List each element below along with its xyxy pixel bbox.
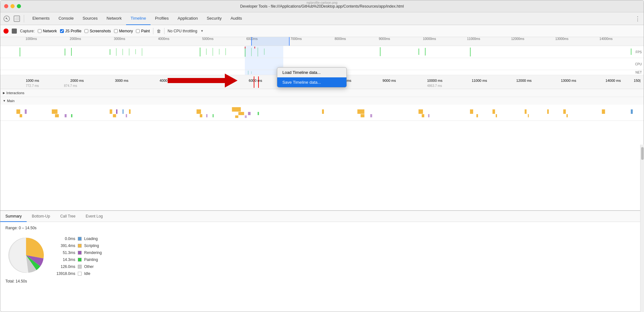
- interactions-label: Interactions: [6, 91, 24, 95]
- scrollbar[interactable]: [640, 145, 644, 312]
- tab-summary[interactable]: Summary: [0, 211, 27, 222]
- loading-label: Loading: [84, 237, 98, 241]
- save-timeline-menu-item[interactable]: Save Timeline data...: [277, 77, 346, 87]
- time-mark-4000: 4000ms: [158, 37, 170, 41]
- devtools-window: ng/profile-cartoon.png Developer Tools -…: [0, 0, 644, 312]
- svg-rect-5: [123, 49, 123, 55]
- load-timeline-menu-item[interactable]: Load Timeline data...: [277, 68, 346, 77]
- memory-checkbox[interactable]: [114, 29, 118, 33]
- svg-rect-43: [213, 114, 214, 117]
- maximize-button[interactable]: [17, 4, 21, 8]
- tab-bottom-up[interactable]: Bottom-Up: [27, 211, 55, 222]
- more-menu-icon[interactable]: ⋮: [635, 15, 641, 22]
- svg-rect-54: [419, 109, 423, 114]
- svg-rect-39: [126, 114, 127, 117]
- tab-console[interactable]: Console: [54, 12, 78, 25]
- selection-marker-right: [258, 76, 259, 88]
- minimize-button[interactable]: [10, 4, 15, 8]
- summary-body: 0.0ms Loading 391.4ms Scripting 51.3ms R…: [5, 235, 639, 276]
- s-mark-150: 150|: [634, 79, 641, 82]
- svg-rect-52: [361, 114, 365, 117]
- tab-profiles[interactable]: Profiles: [151, 12, 173, 25]
- svg-rect-55: [422, 114, 424, 117]
- time-mark-3000: 3000ms: [114, 37, 125, 41]
- s-mark-10000: 10000 ms: [427, 79, 442, 82]
- s-mark-13000: 13000 ms: [561, 79, 576, 82]
- screenshots-checkbox[interactable]: [84, 29, 88, 33]
- svg-rect-0: [20, 48, 20, 56]
- painting-value: 14.3ms: [53, 257, 75, 262]
- time-mark-10000: 10000ms: [423, 37, 436, 41]
- tab-application[interactable]: Application: [173, 12, 202, 25]
- svg-rect-30: [52, 109, 57, 114]
- inspect-icon[interactable]: ⬜: [14, 16, 20, 22]
- tab-security[interactable]: Security: [202, 12, 226, 25]
- svg-rect-9: [200, 48, 200, 56]
- paint-checkbox[interactable]: [136, 29, 140, 33]
- svg-rect-37: [129, 109, 131, 114]
- svg-rect-47: [258, 112, 259, 115]
- interactions-track-header[interactable]: ▶ Interactions: [0, 89, 644, 97]
- throttle-dropdown-arrow[interactable]: ▼: [200, 29, 204, 33]
- main-expand-icon[interactable]: ▼: [3, 99, 6, 102]
- network-checkbox-item[interactable]: Network: [38, 29, 57, 33]
- svg-rect-35: [116, 109, 117, 114]
- memory-checkbox-item[interactable]: Memory: [114, 29, 133, 33]
- svg-rect-40: [197, 109, 201, 114]
- svg-rect-12: [219, 49, 219, 55]
- svg-rect-11: [213, 48, 213, 56]
- svg-rect-2: [71, 48, 72, 56]
- pie-chart-svg: [5, 235, 47, 276]
- time-mark-7000: 7000ms: [291, 37, 302, 41]
- paint-label: Paint: [141, 29, 150, 33]
- legend-idle: 13918.0ms Idle: [53, 271, 102, 276]
- svg-rect-3: [110, 49, 110, 55]
- rendering-label: Rendering: [84, 250, 102, 255]
- tab-timeline[interactable]: Timeline: [126, 12, 151, 25]
- tab-elements[interactable]: Elements: [28, 12, 54, 25]
- tab-audits[interactable]: Audits: [226, 12, 246, 25]
- tab-call-tree[interactable]: Call Tree: [55, 211, 81, 222]
- interactions-track: ▶ Interactions: [0, 89, 644, 97]
- legend-painting: 14.3ms Painting: [53, 257, 102, 262]
- scrollbar-thumb[interactable]: [641, 147, 644, 160]
- network-checkbox[interactable]: [38, 29, 42, 33]
- context-menu: Load Timeline data... Save Timeline data…: [277, 67, 347, 88]
- main-track: ▼ Main: [0, 97, 644, 121]
- stop-button[interactable]: [12, 29, 17, 34]
- svg-rect-33: [71, 114, 72, 117]
- time-ruler: 1000ms 2000ms 3000ms 4000ms 5000ms 6000m…: [0, 37, 644, 46]
- record-button[interactable]: [3, 29, 9, 34]
- other-value: 126.0ms: [53, 264, 75, 269]
- svg-rect-42: [206, 114, 207, 117]
- svg-rect-29: [25, 109, 27, 114]
- total-label: Total: 14.50s: [5, 279, 639, 283]
- close-button[interactable]: [4, 4, 8, 8]
- rendering-color-swatch: [78, 251, 82, 255]
- arrow-shaft: [168, 78, 225, 83]
- throttle-select[interactable]: No CPU throttling: [168, 29, 197, 33]
- svg-rect-65: [567, 114, 568, 117]
- svg-rect-46: [248, 112, 251, 115]
- time-mark-13000: 13000ms: [555, 37, 568, 41]
- tab-event-log[interactable]: Event Log: [81, 211, 108, 222]
- js-profile-checkbox-item[interactable]: JS Profile: [60, 29, 81, 33]
- cursor-icon[interactable]: ↖: [3, 16, 10, 22]
- screenshots-checkbox-item[interactable]: Screenshots: [84, 29, 111, 33]
- s-mark-1000: 1000 ms: [26, 79, 39, 82]
- capture-label: Capture:: [20, 29, 35, 33]
- selection-marker-left: [254, 76, 254, 88]
- js-profile-checkbox[interactable]: [60, 29, 64, 33]
- svg-rect-48: [235, 115, 238, 118]
- tab-network[interactable]: Network: [102, 12, 126, 25]
- capture-separator2: [164, 28, 164, 34]
- main-track-header[interactable]: ▼ Main: [0, 97, 644, 105]
- clear-button[interactable]: 🗑: [157, 29, 161, 34]
- paint-checkbox-item[interactable]: Paint: [136, 29, 150, 33]
- interactions-expand-icon[interactable]: ▶: [3, 91, 5, 94]
- net-label: NET: [635, 71, 642, 74]
- tab-sources[interactable]: Sources: [78, 12, 102, 25]
- svg-rect-7: [135, 49, 136, 54]
- pie-chart: [5, 235, 47, 276]
- titlebar: ng/profile-cartoon.png Developer Tools -…: [0, 0, 644, 12]
